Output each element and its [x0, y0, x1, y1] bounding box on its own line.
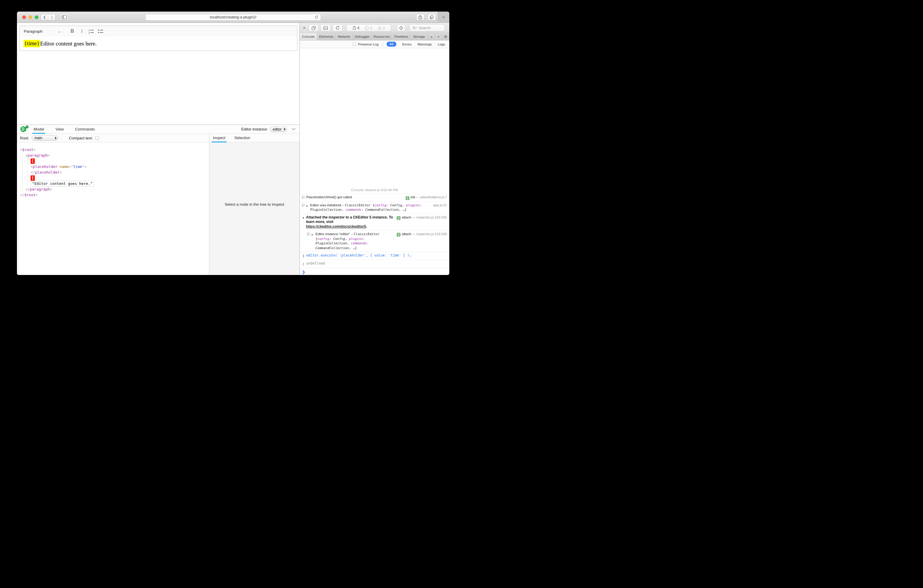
- tree-node[interactable]: </$root>: [17, 192, 209, 198]
- filter-warnings[interactable]: Warnings: [417, 43, 432, 46]
- filter-errors[interactable]: Errors: [402, 43, 412, 46]
- reload-page-button[interactable]: [333, 25, 343, 31]
- tab-overview-button[interactable]: [428, 14, 436, 21]
- editor-instance-label: Editor instance:: [241, 127, 268, 131]
- minimize-window-button[interactable]: [28, 15, 32, 19]
- new-tab-button[interactable]: +: [438, 11, 449, 23]
- dock-bottom-button[interactable]: [320, 25, 330, 31]
- bulleted-list-button[interactable]: [96, 27, 105, 35]
- share-button[interactable]: [416, 14, 424, 21]
- bulleted-list-icon: [98, 29, 103, 34]
- issue-octagon-icon: [365, 26, 369, 30]
- disclosure-down-icon[interactable]: ▼: [302, 215, 306, 229]
- editor-text: Editor content goes here.: [40, 40, 97, 47]
- tree-node[interactable]: <paragraph>: [17, 153, 209, 158]
- root-value: main: [34, 136, 42, 140]
- editor-toolbar: Paragraph ⌄ B I 12: [19, 26, 297, 37]
- detach-inspector-button[interactable]: [309, 25, 319, 31]
- issues-count: 0: [365, 26, 372, 30]
- settings-gear-icon[interactable]: ⚙: [442, 33, 449, 40]
- tab-selection[interactable]: Selection: [234, 134, 250, 142]
- tab-timelines[interactable]: Timelines: [392, 33, 411, 40]
- tree-node[interactable]: </placeholder>: [17, 169, 209, 175]
- numbered-list-button[interactable]: 12: [87, 27, 96, 35]
- duplicate-icon: [311, 26, 316, 30]
- tree-node[interactable]: ]: [17, 175, 209, 181]
- tab-elements[interactable]: Elements: [317, 33, 335, 40]
- console-input: editor.execute( 'placeholder', { value: …: [306, 253, 447, 258]
- root-select[interactable]: main: [31, 135, 58, 141]
- warning-triangle-icon: [378, 26, 382, 30]
- tab-network[interactable]: Network: [335, 33, 353, 40]
- log-icon: [302, 195, 306, 200]
- back-button[interactable]: [41, 14, 48, 21]
- collapse-panel-button[interactable]: [291, 128, 296, 130]
- tab-resources[interactable]: Resources: [372, 33, 392, 40]
- tabs-icon: [429, 15, 434, 20]
- source-location[interactable]: fattach — inspector.js:133:326: [394, 232, 447, 250]
- console-row-msg: PlaceholderUI#init() got calledfinit — p…: [300, 194, 449, 201]
- tree-node[interactable]: "Editor content goes here.": [17, 181, 209, 186]
- element-picker-button[interactable]: [397, 25, 405, 31]
- url-field[interactable]: localhost/creating-a-plugin2/: [145, 14, 321, 21]
- input-arrow-icon: ❯: [302, 253, 306, 258]
- editor-content[interactable]: {time} Editor content goes here.: [19, 36, 297, 51]
- tab-console[interactable]: Console: [300, 33, 317, 40]
- compact-text-checkbox[interactable]: [95, 136, 99, 140]
- tree-node[interactable]: <placeholder name="time">: [17, 164, 209, 169]
- chevron-down-icon: ⌄: [57, 30, 61, 33]
- tree-node[interactable]: <$root>: [17, 147, 209, 153]
- tab-view[interactable]: View: [55, 125, 64, 134]
- console-row-prompt[interactable]: ❯: [300, 268, 449, 275]
- tab-model[interactable]: Model: [34, 125, 44, 134]
- root-label: Root:: [20, 136, 29, 140]
- console-prompt-input[interactable]: [306, 269, 447, 273]
- tab-inspect[interactable]: Inspect: [213, 134, 225, 142]
- prompt-icon: ❯: [302, 269, 306, 273]
- new-inspector-tab-button[interactable]: +: [435, 33, 442, 40]
- sidebar-toggle-button[interactable]: [60, 14, 68, 21]
- tree-node[interactable]: </paragraph>: [17, 186, 209, 192]
- frames-count: 4: [352, 26, 360, 30]
- page-icon: [352, 26, 356, 30]
- preserve-log-label: Preserve Log: [358, 43, 378, 46]
- italic-button[interactable]: I: [77, 27, 87, 35]
- chevron-right-icon: [50, 15, 53, 20]
- close-inspector-button[interactable]: ✕: [302, 26, 306, 30]
- tree-node[interactable]: [: [17, 158, 209, 164]
- source-location[interactable]: app.js:21: [430, 203, 447, 212]
- function-badge-icon: f: [397, 216, 401, 220]
- inspect-tab-bar: InspectSelection: [209, 134, 299, 142]
- console-message: PlaceholderUI#init() got called: [306, 195, 403, 200]
- close-window-button[interactable]: [22, 15, 26, 19]
- inspector-toolbar: ✕ 4 0: [300, 23, 449, 33]
- bold-button[interactable]: B: [67, 27, 77, 35]
- svg-text:1: 1: [89, 29, 90, 31]
- sidebar-icon: [62, 15, 67, 19]
- disclosure-right-icon[interactable]: ▶: [312, 232, 315, 250]
- editor-instance-select[interactable]: editor: [270, 126, 287, 132]
- svg-text:2: 2: [89, 31, 90, 34]
- placeholder-widget[interactable]: {time}: [23, 40, 40, 47]
- paragraph-style-dropdown[interactable]: Paragraph ⌄: [24, 29, 61, 34]
- tab-storage[interactable]: Storage: [411, 33, 428, 40]
- console-link[interactable]: https://ckeditor.com/docs/ckeditor5: [306, 225, 366, 228]
- inspector-tab-bar: ConsoleElementsNetworkDebuggerResourcesT…: [300, 33, 449, 40]
- disclosure-right-icon[interactable]: ▶: [306, 203, 310, 212]
- reload-icon[interactable]: [314, 15, 319, 20]
- compact-text-label: Compact text:: [69, 136, 93, 140]
- tab-debugger[interactable]: Debugger: [353, 33, 372, 40]
- filter-logs[interactable]: Logs: [438, 43, 445, 46]
- tab-overflow-icon[interactable]: »: [428, 33, 435, 40]
- inspector-search-field[interactable]: Search: [409, 25, 445, 31]
- chevron-down-icon: [291, 128, 296, 130]
- zoom-window-button[interactable]: [35, 15, 38, 19]
- filter-all[interactable]: All: [387, 42, 396, 47]
- source-location[interactable]: fattach — inspector.js:133:182: [394, 215, 447, 229]
- tab-commands[interactable]: Commands: [75, 125, 95, 134]
- forward-button[interactable]: [48, 14, 55, 21]
- source-location[interactable]: finit — placeholderui.js:7: [403, 195, 447, 200]
- page-status-group[interactable]: 4 0 0: [347, 25, 391, 31]
- plus-icon: +: [442, 14, 445, 20]
- preserve-log-checkbox[interactable]: [353, 43, 356, 46]
